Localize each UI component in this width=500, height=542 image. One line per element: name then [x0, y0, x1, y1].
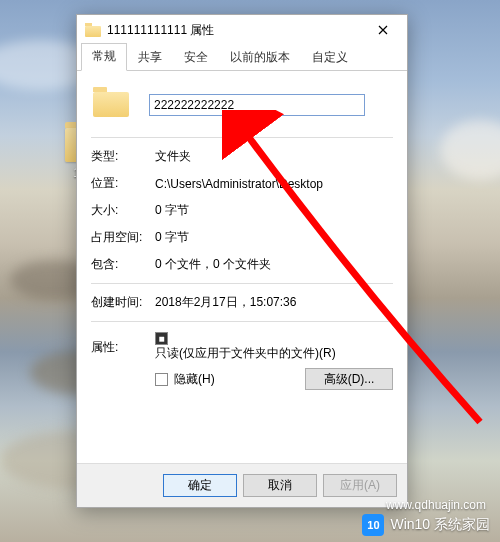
readonly-label: 只读(仅应用于文件夹中的文件)(R) — [155, 346, 336, 360]
folder-name-input[interactable] — [149, 94, 365, 116]
size-value: 0 字节 — [155, 202, 393, 219]
watermark-text: Win10 系统家园 — [390, 516, 490, 534]
divider — [91, 321, 393, 322]
properties-dialog: 111111111111 属性 常规 共享 安全 以前的版本 自定义 类型:文件… — [76, 14, 408, 508]
hidden-label: 隐藏(H) — [174, 371, 215, 388]
advanced-button[interactable]: 高级(D)... — [305, 368, 393, 390]
watermark-badge: 10 — [362, 514, 384, 536]
window-title: 111111111111 属性 — [107, 22, 363, 39]
tab-strip: 常规 共享 安全 以前的版本 自定义 — [77, 45, 407, 71]
tab-sharing[interactable]: 共享 — [127, 44, 173, 71]
location-value: C:\Users\Administrator\Desktop — [155, 177, 393, 191]
created-value: 2018年2月17日，15:07:36 — [155, 294, 393, 311]
titlebar[interactable]: 111111111111 属性 — [77, 15, 407, 45]
readonly-checkbox[interactable]: ■ — [155, 332, 168, 345]
type-label: 类型: — [91, 148, 155, 165]
tab-security[interactable]: 安全 — [173, 44, 219, 71]
contains-value: 0 个文件，0 个文件夹 — [155, 256, 393, 273]
ondisk-value: 0 字节 — [155, 229, 393, 246]
hidden-checkbox[interactable] — [155, 373, 168, 386]
created-label: 创建时间: — [91, 294, 155, 311]
apply-button[interactable]: 应用(A) — [323, 474, 397, 497]
folder-icon — [93, 87, 129, 117]
location-label: 位置: — [91, 175, 155, 192]
size-label: 大小: — [91, 202, 155, 219]
button-bar: 确定 取消 应用(A) — [77, 463, 407, 507]
divider — [91, 137, 393, 138]
ondisk-label: 占用空间: — [91, 229, 155, 246]
divider — [91, 283, 393, 284]
close-icon — [378, 25, 388, 35]
tab-body-general: 类型:文件夹 位置:C:\Users\Administrator\Desktop… — [77, 71, 407, 463]
folder-icon — [85, 23, 101, 37]
tab-custom[interactable]: 自定义 — [301, 44, 359, 71]
contains-label: 包含: — [91, 256, 155, 273]
watermark-url: www.qdhuajin.com — [386, 498, 486, 512]
attributes-label: 属性: — [91, 339, 155, 356]
close-button[interactable] — [363, 16, 403, 44]
tab-previous[interactable]: 以前的版本 — [219, 44, 301, 71]
ok-button[interactable]: 确定 — [163, 474, 237, 497]
type-value: 文件夹 — [155, 148, 393, 165]
cancel-button[interactable]: 取消 — [243, 474, 317, 497]
watermark: 10 Win10 系统家园 — [362, 514, 490, 536]
tab-general[interactable]: 常规 — [81, 43, 127, 71]
